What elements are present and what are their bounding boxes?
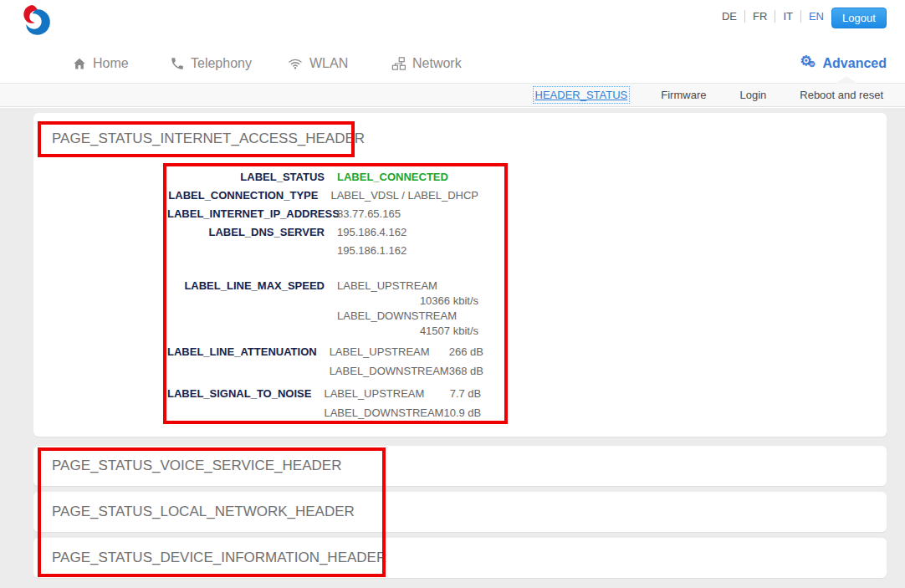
connection-type-value: LABEL_VDSL / LABEL_DHCP — [330, 187, 478, 205]
line-max-speed-label: LABEL_LINE_MAX_SPEED — [167, 279, 325, 294]
status-label: LABEL_STATUS — [167, 168, 325, 187]
line-attenuation-label: LABEL_LINE_ATTENUATION — [167, 342, 317, 361]
table-row-dns-server: LABEL_DNS_SERVER 195.186.4.162 — [167, 223, 478, 242]
table-row-internet-ip: LABEL_INTERNET_IP_ADDRESS 83.77.65.165 — [167, 205, 478, 223]
active-tab-pointer-icon — [836, 76, 857, 84]
language-selector: DE FR IT EN — [714, 10, 824, 23]
nav-label-telephony: Telephony — [191, 56, 252, 71]
snr-upstream-label: LABEL_UPSTREAM — [324, 384, 424, 403]
dns-server-value-1: 195.186.4.162 — [337, 223, 478, 242]
nav-item-wlan[interactable]: WLAN — [287, 51, 348, 76]
telephone-icon — [170, 56, 185, 71]
home-icon — [72, 56, 87, 71]
content-area: PAGE_STATUS_INTERNET_ACCESS_HEADER LABEL… — [0, 108, 905, 588]
table-row-status: LABEL_STATUS LABEL_CONNECTED — [167, 168, 478, 187]
nav-item-network[interactable]: Network — [391, 51, 462, 76]
gears-icon: ⚙⚙ — [800, 55, 817, 72]
dns-server-value-2: 195.186.1.162 — [337, 242, 478, 260]
logout-button[interactable]: Logout — [831, 8, 887, 28]
table-row-line-max-speed: LABEL_LINE_MAX_SPEED LABEL_UPSTREAM 1036… — [167, 279, 478, 339]
snr-downstream-value: 10.9 dB — [443, 403, 481, 422]
network-icon — [391, 56, 406, 71]
wifi-icon — [287, 56, 304, 71]
swisscom-logo — [13, 3, 55, 46]
attenuation-upstream-value: 266 dB — [449, 342, 483, 361]
internet-status-table: LABEL_STATUS LABEL_CONNECTED LABEL_CONNE… — [167, 168, 478, 422]
nav-item-telephony[interactable]: Telephony — [170, 51, 252, 76]
nav-item-home[interactable]: Home — [72, 51, 129, 76]
connection-type-label: LABEL_CONNECTION_TYPE — [167, 187, 318, 205]
internet-ip-label: LABEL_INTERNET_IP_ADDRESS — [167, 205, 325, 223]
nav-label-wlan: WLAN — [309, 56, 348, 71]
panel-voice-service[interactable]: PAGE_STATUS_VOICE_SERVICE_HEADER — [33, 446, 887, 486]
subnav-item-login[interactable]: Login — [739, 89, 766, 101]
panel-local-network[interactable]: PAGE_STATUS_LOCAL_NETWORK_HEADER — [33, 492, 887, 532]
attenuation-upstream-label: LABEL_UPSTREAM — [330, 342, 430, 361]
max-speed-downstream-value: 41507 kbit/s — [337, 324, 478, 339]
internet-ip-value: 83.77.65.165 — [337, 205, 478, 223]
panel-internet-access-title[interactable]: PAGE_STATUS_INTERNET_ACCESS_HEADER — [52, 130, 365, 147]
lang-it[interactable]: IT — [775, 10, 801, 23]
panel-internet-access: PAGE_STATUS_INTERNET_ACCESS_HEADER LABEL… — [33, 113, 887, 437]
nav-label-advanced: Advanced — [823, 56, 887, 71]
max-speed-upstream-value: 10366 kbit/s — [337, 294, 478, 309]
nav-label-home: Home — [93, 56, 129, 71]
panel-device-information-title[interactable]: PAGE_STATUS_DEVICE_INFORMATION_HEADER — [52, 550, 386, 566]
lang-fr[interactable]: FR — [745, 10, 775, 23]
table-row-dns-server-2: 195.186.1.162 — [167, 242, 478, 260]
table-row-line-attenuation: LABEL_LINE_ATTENUATION LABEL_UPSTREAM 26… — [167, 342, 478, 381]
attenuation-downstream-value: 368 dB — [449, 361, 483, 381]
nav-label-network: Network — [412, 56, 462, 71]
subnav-item-status[interactable]: HEADER_STATUS — [535, 89, 628, 101]
advanced-subnav: HEADER_STATUS Firmware Login Reboot and … — [0, 83, 905, 107]
status-value: LABEL_CONNECTED — [337, 168, 478, 187]
attenuation-downstream-label: LABEL_DOWNSTREAM — [330, 361, 449, 381]
subnav-item-reboot-reset[interactable]: Reboot and reset — [800, 89, 883, 101]
dns-server-label: LABEL_DNS_SERVER — [167, 223, 325, 242]
panel-voice-service-title[interactable]: PAGE_STATUS_VOICE_SERVICE_HEADER — [52, 458, 341, 474]
subnav-item-firmware[interactable]: Firmware — [661, 89, 706, 101]
snr-downstream-label: LABEL_DOWNSTREAM — [324, 403, 443, 422]
top-header: DE FR IT EN Logout Home Telephony — [0, 0, 905, 83]
lang-de[interactable]: DE — [714, 10, 745, 23]
signal-to-noise-label: LABEL_SIGNAL_TO_NOISE — [167, 384, 311, 403]
max-speed-upstream-label: LABEL_UPSTREAM — [337, 279, 478, 294]
max-speed-downstream-label: LABEL_DOWNSTREAM — [337, 309, 478, 324]
table-row-signal-to-noise: LABEL_SIGNAL_TO_NOISE LABEL_UPSTREAM 7.7… — [167, 384, 478, 422]
panel-local-network-title[interactable]: PAGE_STATUS_LOCAL_NETWORK_HEADER — [52, 504, 355, 520]
table-row-connection-type: LABEL_CONNECTION_TYPE LABEL_VDSL / LABEL… — [167, 187, 478, 205]
nav-item-advanced[interactable]: ⚙⚙ Advanced — [800, 51, 887, 76]
lang-en[interactable]: EN — [801, 10, 824, 23]
snr-upstream-value: 7.7 dB — [450, 384, 482, 403]
router-admin-page: DE FR IT EN Logout Home Telephony — [0, 0, 905, 588]
panel-device-information[interactable]: PAGE_STATUS_DEVICE_INFORMATION_HEADER — [33, 538, 887, 578]
